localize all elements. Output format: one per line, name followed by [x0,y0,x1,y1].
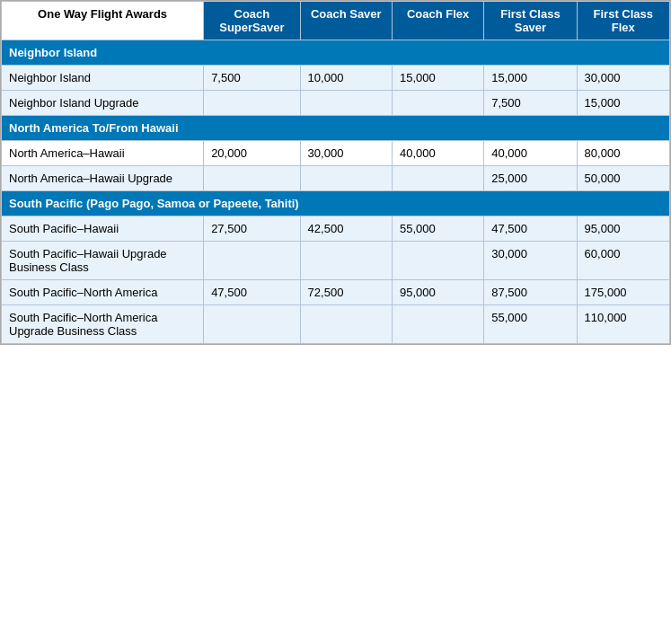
header-flex: Coach Flex [392,2,483,40]
table-row: South Pacific–Hawaii Upgrade Business Cl… [2,242,670,280]
table-header-row: One Way Flight Awards Coach SuperSaver C… [2,2,670,40]
value-cell [392,305,483,344]
value-cell [300,91,392,116]
route-cell: South Pacific–North America [2,280,204,305]
value-cell: 15,000 [484,66,577,91]
section-header-row: Neighbor Island [2,40,670,66]
value-cell: 30,000 [300,141,392,166]
table-row: North America–Hawaii Upgrade25,00050,000 [2,166,670,191]
value-cell: 175,000 [577,280,669,305]
value-cell: 72,500 [300,280,392,305]
header-saver: Coach Saver [300,2,392,40]
section-title: North America To/From Hawaii [2,116,670,141]
header-route: One Way Flight Awards [2,2,204,40]
value-cell: 50,000 [577,166,669,191]
table-row: Neighbor Island7,50010,00015,00015,00030… [2,66,670,91]
section-title: Neighbor Island [2,40,670,66]
value-cell: 80,000 [577,141,669,166]
value-cell: 25,000 [484,166,577,191]
value-cell: 7,500 [484,91,577,116]
value-cell [204,91,300,116]
value-cell [204,305,300,344]
value-cell [300,305,392,344]
value-cell [392,91,483,116]
value-cell: 60,000 [577,242,669,280]
section-header-row: North America To/From Hawaii [2,116,670,141]
route-cell: Neighbor Island Upgrade [2,91,204,116]
value-cell: 7,500 [204,66,300,91]
value-cell [392,242,483,280]
value-cell: 10,000 [300,66,392,91]
value-cell: 87,500 [484,280,577,305]
route-cell: South Pacific–Hawaii [2,216,204,242]
table-row: South Pacific–North America Upgrade Busi… [2,305,670,344]
route-cell: South Pacific–Hawaii Upgrade Business Cl… [2,242,204,280]
value-cell: 40,000 [484,141,577,166]
value-cell: 30,000 [577,66,669,91]
value-cell: 55,000 [392,216,483,242]
table-row: North America–Hawaii20,00030,00040,00040… [2,141,670,166]
table-row: South Pacific–Hawaii27,50042,50055,00047… [2,216,670,242]
route-cell: South Pacific–North America Upgrade Busi… [2,305,204,344]
route-cell: North America–Hawaii [2,141,204,166]
table-body: Neighbor IslandNeighbor Island7,50010,00… [2,40,670,344]
value-cell: 42,500 [300,216,392,242]
value-cell: 95,000 [392,280,483,305]
value-cell [204,242,300,280]
value-cell: 40,000 [392,141,483,166]
awards-table-container: One Way Flight Awards Coach SuperSaver C… [0,0,671,345]
table-row: Neighbor Island Upgrade7,50015,000 [2,91,670,116]
value-cell [300,242,392,280]
table-row: South Pacific–North America47,50072,5009… [2,280,670,305]
value-cell [300,166,392,191]
route-cell: Neighbor Island [2,66,204,91]
value-cell: 15,000 [392,66,483,91]
value-cell: 47,500 [204,280,300,305]
route-cell: North America–Hawaii Upgrade [2,166,204,191]
section-header-row: South Pacific (Pago Pago, Samoa or Papee… [2,191,670,216]
value-cell: 30,000 [484,242,577,280]
value-cell: 95,000 [577,216,669,242]
value-cell: 20,000 [204,141,300,166]
value-cell: 15,000 [577,91,669,116]
value-cell: 110,000 [577,305,669,344]
value-cell: 27,500 [204,216,300,242]
awards-table: One Way Flight Awards Coach SuperSaver C… [1,1,670,344]
value-cell [392,166,483,191]
section-title: South Pacific (Pago Pago, Samoa or Papee… [2,191,670,216]
value-cell [204,166,300,191]
value-cell: 47,500 [484,216,577,242]
header-first-flex: First Class Flex [577,2,669,40]
header-supersaver: Coach SuperSaver [204,2,300,40]
header-first-saver: First Class Saver [484,2,577,40]
value-cell: 55,000 [484,305,577,344]
